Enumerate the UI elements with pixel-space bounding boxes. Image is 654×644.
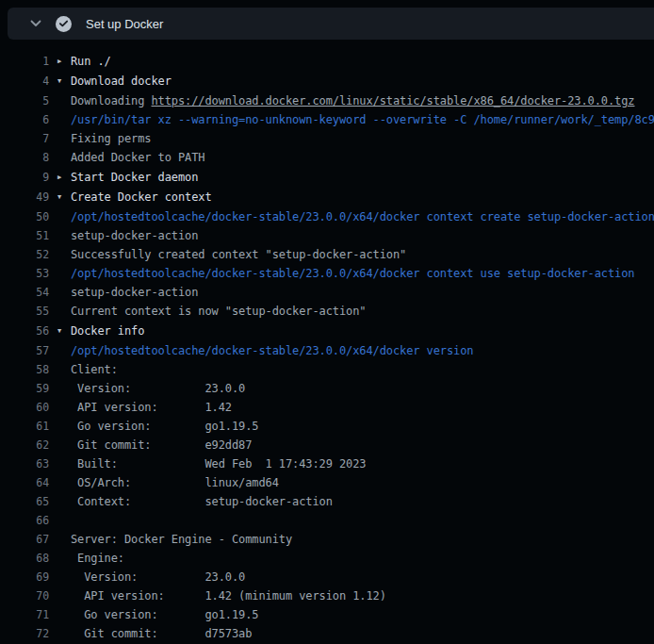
line-number[interactable]: 50: [0, 207, 49, 226]
group-title[interactable]: Start Docker daemon: [71, 168, 198, 187]
log-line: 50/opt/hostedtoolcache/docker-stable/23.…: [0, 207, 654, 226]
line-number[interactable]: 62: [0, 436, 49, 454]
caret-spacer: [57, 379, 71, 398]
line-number[interactable]: 55: [0, 302, 49, 321]
log-group-row[interactable]: 4▼Download docker: [0, 72, 654, 91]
line-number[interactable]: 9: [0, 168, 49, 187]
line-number[interactable]: 4: [0, 72, 49, 91]
line-number[interactable]: 8: [0, 148, 49, 167]
log-line: 53/opt/hostedtoolcache/docker-stable/23.…: [0, 264, 654, 283]
line-number[interactable]: 64: [0, 473, 49, 492]
line-number[interactable]: 1: [0, 52, 49, 71]
log-text: setup-docker-action: [71, 226, 198, 245]
line-number[interactable]: 72: [0, 624, 49, 643]
group-title[interactable]: Docker info: [71, 322, 144, 340]
caret-spacer: [57, 624, 71, 643]
caret-expanded-icon[interactable]: ▼: [57, 322, 71, 340]
log-line: 58Client:: [0, 360, 654, 379]
line-number[interactable]: 66: [0, 511, 49, 530]
line-number[interactable]: 63: [0, 454, 49, 473]
line-number[interactable]: 69: [0, 568, 49, 586]
log-line: 6/usr/bin/tar xz --warning=no-unknown-ke…: [0, 110, 654, 129]
log-line: 65 Context: setup-docker-action: [0, 492, 654, 511]
log-group-row[interactable]: 1▶Run ./: [0, 52, 654, 71]
caret-spacer: [57, 360, 71, 379]
log-line: 61 Go version: go1.19.5: [0, 417, 654, 436]
log-line: 57/opt/hostedtoolcache/docker-stable/23.…: [0, 341, 654, 360]
log-text: Engine:: [71, 549, 124, 568]
check-circle-icon: [56, 16, 72, 32]
log-text: API version: 1.42: [71, 398, 232, 417]
caret-spacer: [57, 91, 71, 110]
line-number[interactable]: 65: [0, 492, 49, 511]
caret-spacer: [57, 207, 71, 226]
log-line: 72 Git commit: d7573ab: [0, 624, 654, 643]
line-number[interactable]: 51: [0, 226, 49, 245]
chevron-down-icon[interactable]: [28, 16, 43, 31]
caret-expanded-icon[interactable]: ▼: [57, 72, 71, 91]
line-number[interactable]: 70: [0, 586, 49, 605]
log-text: Client:: [71, 360, 118, 379]
line-number[interactable]: 57: [0, 341, 49, 360]
caret-spacer: [57, 110, 71, 129]
caret-spacer: [57, 586, 71, 605]
group-title[interactable]: Create Docker context: [71, 188, 212, 206]
line-number[interactable]: 52: [0, 245, 49, 264]
line-number[interactable]: 54: [0, 283, 49, 302]
log-line: 66: [0, 511, 654, 530]
caret-spacer: [57, 302, 71, 321]
log-text: Version: 23.0.0: [71, 379, 245, 398]
log-line: 71 Go version: go1.19.5: [0, 605, 654, 624]
caret-spacer: [57, 264, 71, 283]
line-number[interactable]: 7: [0, 129, 49, 148]
log-line: 70 API version: 1.42 (minimum version 1.…: [0, 586, 654, 605]
caret-spacer: [57, 492, 71, 511]
log-line: 59 Version: 23.0.0: [0, 379, 654, 398]
log-line: 64 OS/Arch: linux/amd64: [0, 473, 654, 492]
line-number[interactable]: 60: [0, 398, 49, 417]
log-line: 67Server: Docker Engine - Community: [0, 530, 654, 549]
line-number[interactable]: 6: [0, 110, 49, 129]
caret-expanded-icon[interactable]: ▼: [57, 188, 71, 206]
caret-collapsed-icon[interactable]: ▶: [57, 52, 71, 71]
line-number[interactable]: 71: [0, 605, 49, 624]
line-number[interactable]: 58: [0, 360, 49, 379]
log-text: Go version: go1.19.5: [71, 605, 259, 624]
line-number[interactable]: 49: [0, 188, 49, 206]
line-number[interactable]: 5: [0, 91, 49, 110]
command-text: /opt/hostedtoolcache/docker-stable/23.0.…: [71, 264, 634, 283]
log-text: Built: Wed Feb 1 17:43:29 2023: [71, 454, 366, 473]
log-group-row[interactable]: 9▶Start Docker daemon: [0, 168, 654, 187]
log-text: Server: Docker Engine - Community: [71, 530, 292, 549]
command-text: /usr/bin/tar xz --warning=no-unknown-key…: [71, 110, 654, 129]
log-viewer[interactable]: 1▶Run ./4▼Download docker5Downloading ht…: [0, 40, 654, 644]
log-line: 69 Version: 23.0.0: [0, 568, 654, 586]
line-number[interactable]: 61: [0, 417, 49, 436]
caret-spacer: [57, 568, 71, 586]
line-number[interactable]: 53: [0, 264, 49, 283]
log-text: Git commit: e92dd87: [71, 436, 252, 454]
download-url-link[interactable]: https://download.docker.com/linux/static…: [152, 91, 635, 110]
line-number[interactable]: 59: [0, 379, 49, 398]
step-header[interactable]: Set up Docker: [8, 8, 654, 40]
log-text: Downloading: [71, 91, 152, 110]
log-text: OS/Arch: linux/amd64: [71, 473, 279, 492]
caret-spacer: [57, 341, 71, 360]
line-number[interactable]: 67: [0, 530, 49, 549]
log-line: 51setup-docker-action: [0, 226, 654, 245]
group-title[interactable]: Run ./: [71, 52, 111, 71]
log-line: 63 Built: Wed Feb 1 17:43:29 2023: [0, 454, 654, 473]
log-line: 54setup-docker-action: [0, 283, 654, 302]
log-text: Successfully created context "setup-dock…: [71, 245, 406, 264]
log-text: Fixing perms: [71, 129, 152, 148]
caret-spacer: [57, 454, 71, 473]
group-title[interactable]: Download docker: [71, 72, 172, 91]
caret-spacer: [57, 605, 71, 624]
line-number[interactable]: 56: [0, 322, 49, 340]
caret-spacer: [57, 129, 71, 148]
caret-spacer: [57, 473, 71, 492]
line-number[interactable]: 68: [0, 549, 49, 568]
log-group-row[interactable]: 56▼Docker info: [0, 322, 654, 340]
caret-collapsed-icon[interactable]: ▶: [57, 168, 71, 187]
log-group-row[interactable]: 49▼Create Docker context: [0, 188, 654, 206]
